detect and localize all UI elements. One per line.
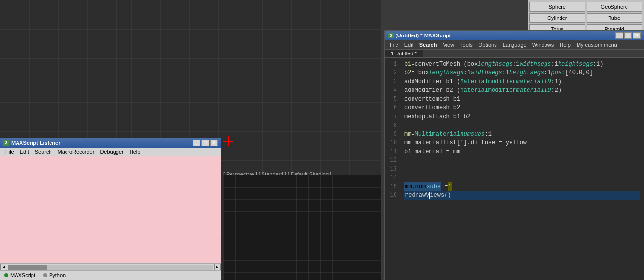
editor-menubar: File Edit Search View Tools Options Lang… (385, 40, 644, 50)
listener-window: 3 MAXScript Listener _ □ ✕ File Edit Sea… (0, 138, 221, 280)
code-line-4: addModifier b2 ( Materialmodifier materi… (404, 86, 640, 95)
listener-menu-debugger[interactable]: Debugger (97, 148, 126, 155)
editor-content[interactable]: 1234 5678 9101112 13141516 b1 = convertT… (385, 58, 644, 280)
editor-tabs: 1 Untitled * (385, 50, 644, 58)
listener-scrollbar[interactable]: ◀ ▶ (0, 263, 221, 270)
code-line-9: mm = Multimaterial numsubs :1 (404, 130, 640, 139)
scrollbar-track[interactable] (8, 265, 213, 270)
code-line-1: b1 = convertToMesh (box lengthsegs :1 wi… (404, 60, 640, 69)
tab-python-label[interactable]: Python (49, 272, 66, 278)
listener-menu-macrorecorder[interactable]: MacroRecorder (55, 148, 98, 155)
editor-window: 3 (Untitled) * MAXScript _ □ ✕ File Edit… (384, 30, 644, 280)
editor-menu-windows[interactable]: Windows (529, 41, 557, 48)
listener-icon: 3 (3, 140, 9, 146)
tab-maxscript-label[interactable]: MAXScript (10, 272, 35, 278)
listener-content-area[interactable] (0, 156, 221, 263)
listener-menu-file[interactable]: File (2, 148, 17, 155)
editor-menu-options[interactable]: Options (476, 41, 500, 48)
code-line-13 (404, 165, 640, 174)
tube-button[interactable]: Tube (587, 13, 643, 23)
scroll-left-arrow[interactable]: ◀ (0, 264, 7, 271)
editor-menu-edit[interactable]: Edit (401, 41, 416, 48)
listener-menubar: File Edit Search MacroRecorder Debugger … (0, 148, 221, 156)
code-line-7: meshop.attach b1 b2 (404, 112, 640, 121)
code-line-5: converttomesh b1 (404, 95, 640, 104)
editor-menu-search[interactable]: Search (416, 41, 440, 48)
listener-window-controls: _ □ ✕ (193, 140, 218, 146)
editor-restore-button[interactable]: □ (624, 32, 632, 39)
code-line-12 (404, 156, 640, 165)
editor-menu-file[interactable]: File (387, 41, 401, 48)
editor-window-controls: _ □ ✕ (615, 32, 641, 39)
tab-python[interactable]: Python (43, 272, 66, 278)
code-line-2: b2 = box lengthsegs :1 widthsegs :1 heig… (404, 69, 640, 77)
code-line-10: mm.materiallist[1].diffuse = yellow (404, 139, 640, 147)
crosshair-v (228, 136, 229, 146)
scroll-right-arrow[interactable]: ▶ (214, 264, 221, 271)
tab-maxscript[interactable]: MAXScript (4, 272, 35, 278)
editor-icon: 3 (388, 33, 394, 38)
sphere-button[interactable]: Sphere (529, 2, 585, 12)
editor-menu-language[interactable]: Language (500, 41, 529, 48)
editor-menu-view[interactable]: View (440, 41, 457, 48)
minimize-button[interactable]: _ (193, 140, 200, 146)
editor-menu-tools[interactable]: Tools (457, 41, 476, 48)
editor-close-button[interactable]: ✕ (633, 32, 641, 39)
editor-titlebar-left: 3 (Untitled) * MAXScript (388, 33, 451, 38)
code-line-3: addModifier b1 ( Materialmodifier materi… (404, 77, 640, 86)
code-line-6: converttomesh b2 (404, 104, 640, 112)
listener-menu-search[interactable]: Search (32, 148, 55, 155)
editor-tab-untitled[interactable]: 1 Untitled * (385, 50, 423, 57)
python-dot (43, 273, 47, 277)
listener-menu-edit[interactable]: Edit (17, 148, 32, 155)
listener-tabs: MAXScript Python (0, 270, 221, 280)
cylinder-button[interactable]: Cylinder (529, 13, 585, 23)
editor-titlebar[interactable]: 3 (Untitled) * MAXScript _ □ ✕ (385, 31, 644, 40)
line-numbers: 1234 5678 9101112 13141516 (385, 58, 400, 280)
editor-title: (Untitled) * MAXScript (396, 33, 451, 38)
listener-titlebar-left: 3 MAXScript Listener (3, 140, 60, 146)
scrollbar-thumb[interactable] (8, 265, 47, 270)
code-line-15: mm.numsubs += 1 (404, 182, 640, 191)
listener-titlebar[interactable]: 3 MAXScript Listener _ □ ✕ (0, 138, 221, 148)
code-area[interactable]: b1 = convertToMesh (box lengthsegs :1 wi… (400, 58, 644, 280)
maxscript-dot (4, 273, 8, 277)
editor-minimize-button[interactable]: _ (615, 32, 623, 39)
editor-menu-help[interactable]: Help (557, 41, 574, 48)
listener-title: MAXScript Listener (11, 140, 60, 146)
close-button[interactable]: ✕ (210, 140, 218, 146)
restore-button[interactable]: □ (201, 140, 209, 146)
listener-menu-help[interactable]: Help (127, 148, 144, 155)
perspective-viewport[interactable] (223, 175, 381, 280)
code-line-16: redrawViews() (404, 191, 640, 200)
editor-menu-custom[interactable]: My custom menu (574, 41, 620, 48)
geosphere-button[interactable]: GeoSphere (587, 2, 643, 12)
code-line-11: b1.material = mm (404, 147, 640, 156)
code-line-14 (404, 174, 640, 182)
code-line-8 (404, 121, 640, 130)
